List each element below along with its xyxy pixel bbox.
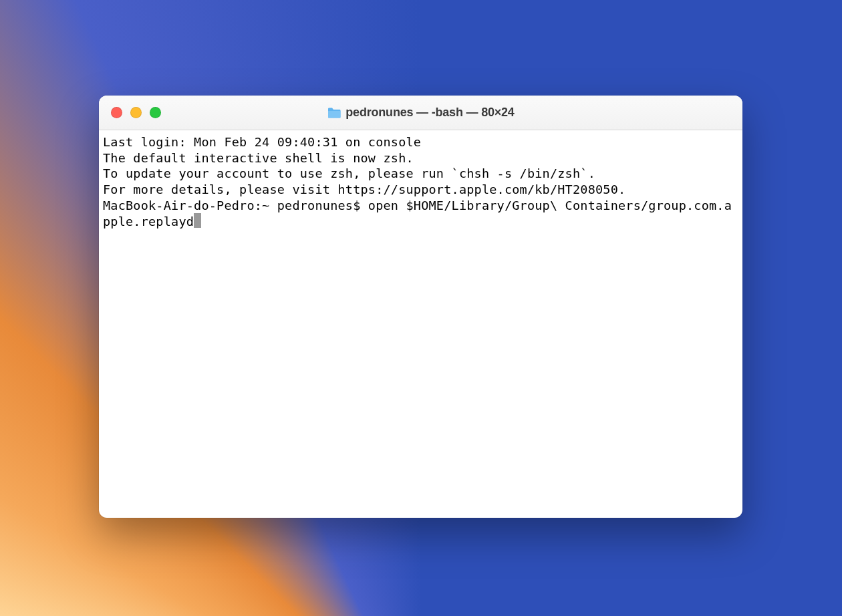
title-bar[interactable]: pedronunes — -bash — 80×24 (99, 96, 742, 130)
minimize-button[interactable] (130, 107, 142, 118)
terminal-output-line: For more details, please visit https://s… (103, 182, 738, 198)
terminal-output-line: To update your account to use zsh, pleas… (103, 166, 738, 182)
terminal-output-line: Last login: Mon Feb 24 09:40:31 on conso… (103, 134, 738, 150)
folder-icon (327, 107, 341, 119)
zoom-button[interactable] (150, 107, 161, 118)
cursor (194, 213, 201, 228)
terminal-body[interactable]: Last login: Mon Feb 24 09:40:31 on conso… (99, 130, 742, 518)
window-title: pedronunes — -bash — 80×24 (345, 106, 514, 120)
close-button[interactable] (111, 107, 122, 118)
terminal-output-line: The default interactive shell is now zsh… (103, 150, 738, 166)
title-content: pedronunes — -bash — 80×24 (99, 106, 742, 120)
terminal-prompt: MacBook-Air-do-Pedro:~ pedronunes$ (103, 198, 368, 212)
traffic-lights (99, 107, 161, 118)
terminal-window: pedronunes — -bash — 80×24 Last login: M… (99, 96, 742, 518)
